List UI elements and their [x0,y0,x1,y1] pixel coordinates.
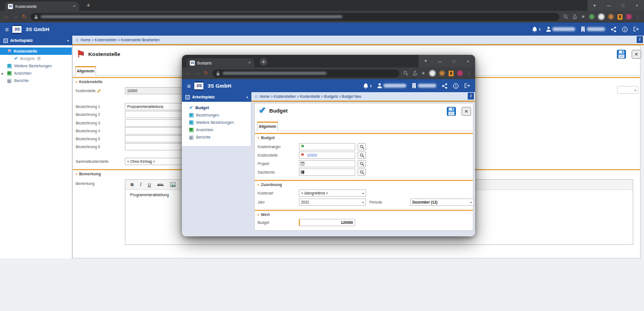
extension-icon[interactable] [589,14,594,19]
sidebar-header-arbeitsplatz[interactable]: Arbeitsplatz ▾ [182,92,251,102]
extension-icon[interactable] [626,14,632,19]
tab-allgemein[interactable]: Allgemein [75,66,96,76]
tab-allgemein[interactable]: Allgemein [257,122,278,131]
profile-avatar[interactable] [598,14,604,20]
sidebar-item-budgets[interactable]: ✔ Budgets 0 [0,55,72,62]
zoom-icon[interactable] [563,14,568,19]
logout-icon[interactable] [633,27,639,32]
url-bar[interactable] [212,70,399,77]
extension-icon[interactable] [608,14,613,19]
projekt-input[interactable] [299,160,355,167]
sidebar-item-berichte[interactable]: Berichte [0,77,72,84]
sidebar-item-budget[interactable]: ✔ Budget [182,104,251,111]
sidebar-item-ansichten[interactable]: ▸ Ansichten [0,70,72,77]
hamburger-menu-icon[interactable]: ≡ [187,83,190,89]
back-icon[interactable]: ← [4,14,9,19]
bookmark-star-icon[interactable]: ★ [421,71,425,76]
info-icon[interactable] [622,27,628,32]
info-button[interactable]: i [468,93,474,100]
section-header-zuordnung[interactable]: ▾ Zuordnung [255,180,473,188]
browser-menu-icon[interactable]: ⋮ [636,14,640,19]
reload-icon[interactable]: ↻ [22,14,27,19]
window-maximize-button[interactable]: □ [616,3,630,7]
jahr-select[interactable]: 2021 ▾ [299,198,366,206]
url-bar[interactable] [31,13,559,21]
hamburger-menu-icon[interactable]: ≡ [5,26,8,33]
browser-menu-icon[interactable]: ⋮ [467,71,471,76]
close-panel-button[interactable]: × [632,50,641,59]
kostentraeger-lookup-button[interactable] [358,143,366,150]
sammelkostenstelle-select[interactable]: < Ohne Eintrag > ▾ [125,158,189,165]
budget-wert-input[interactable] [299,219,355,226]
tab-close-icon[interactable]: × [73,4,76,8]
logout-icon[interactable] [464,83,470,88]
sidebar-item-berichte[interactable]: Berichte [182,133,251,141]
home-icon[interactable]: ⌂ [255,94,258,99]
section-header-budget[interactable]: ▾ Budget [255,133,473,141]
reload-icon[interactable]: ↻ [204,71,208,76]
user-menu[interactable] [377,83,406,88]
save-button[interactable] [617,50,626,59]
company-menu[interactable] [581,27,605,32]
share-icon[interactable] [412,71,417,76]
user-menu[interactable] [546,27,575,32]
tab-close-icon[interactable]: × [248,61,251,65]
save-button[interactable] [447,107,456,116]
projekt-lookup-button[interactable] [358,160,366,167]
bookmark-star-icon[interactable]: ★ [581,14,585,19]
kostenstelle-lookup-button[interactable] [358,152,366,159]
zoom-icon[interactable] [403,71,408,76]
notifications-button[interactable]: 1 [532,27,541,32]
extension-icon[interactable] [458,71,463,76]
kostenart-select[interactable]: < übergreifend > ▾ [299,189,366,197]
notifications-button[interactable]: 1 [363,83,372,89]
window-minimize-button[interactable]: — [602,3,616,7]
browser-tab-kostenstelle[interactable]: 3S Kostenstelle × [5,2,79,11]
sachkonto-input[interactable] [299,169,355,176]
window-maximize-button[interactable]: □ [447,59,461,63]
share-alt-icon[interactable] [611,27,616,32]
back-icon[interactable]: ← [186,71,191,76]
profile-avatar[interactable] [429,70,436,76]
forward-icon[interactable]: → [195,71,200,76]
app-logo[interactable]: 3S [12,25,21,34]
share-alt-icon[interactable] [442,83,447,89]
sidebar-item-beziehungen[interactable]: Beziehungen [182,111,251,119]
sidebar-header-arbeitsplatz[interactable]: Arbeitsplatz ▾ [0,36,72,45]
underline-button[interactable]: U [147,182,151,187]
info-icon[interactable] [453,83,459,89]
breadcrumb[interactable]: Home > Kostenstellen > Kostenstelle > Bu… [260,94,362,98]
strikethrough-button[interactable]: abc [157,183,163,187]
sidebar-item-weitere-beziehungen[interactable]: Weitere Beziehungen [182,119,251,126]
extension-box-icon[interactable] [449,71,454,76]
section-header-wert[interactable]: ▾ Wert [255,210,473,218]
bold-button[interactable]: B [130,182,134,187]
close-panel-button[interactable]: × [462,107,471,116]
insert-image-button[interactable] [170,182,176,187]
browser-tab-budgets[interactable]: 3S Budgets × [186,58,254,67]
window-close-button[interactable]: × [630,3,644,7]
share-icon[interactable] [572,14,577,19]
sidebar-item-weitere-beziehungen[interactable]: Weitere Beziehungen [0,62,72,70]
kostentraeger-input[interactable] [299,143,355,150]
new-tab-button[interactable]: + [85,2,92,9]
home-icon[interactable]: ⌂ [76,38,79,42]
extension-icon[interactable] [440,71,445,76]
window-close-button[interactable]: × [461,59,475,63]
kostenstelle-input[interactable] [299,152,355,159]
forward-icon[interactable]: → [13,14,18,19]
sidebar-item-ansichten[interactable]: Ansichten [182,126,251,133]
company-menu[interactable] [412,83,436,88]
app-logo[interactable]: 3S [194,81,203,90]
window-menu-chevron-icon[interactable]: ▾ [419,59,433,63]
new-tab-button[interactable]: + [260,58,267,66]
periode-select[interactable]: Dezember (12) ▾ [410,198,474,206]
breadcrumb[interactable]: Home > Kostenstellen > Kostenstelle Bear… [81,38,160,42]
sachkonto-lookup-button[interactable] [358,169,366,176]
window-minimize-button[interactable]: — [433,59,447,63]
extension-box-icon[interactable] [617,14,623,20]
window-menu-chevron-icon[interactable]: ▾ [588,3,602,8]
sidebar-item-kostenstelle[interactable]: ⚑ Kostenstelle [0,47,72,55]
info-button[interactable]: i [637,36,643,43]
expand-arrow-icon[interactable]: ▸ [2,71,3,75]
